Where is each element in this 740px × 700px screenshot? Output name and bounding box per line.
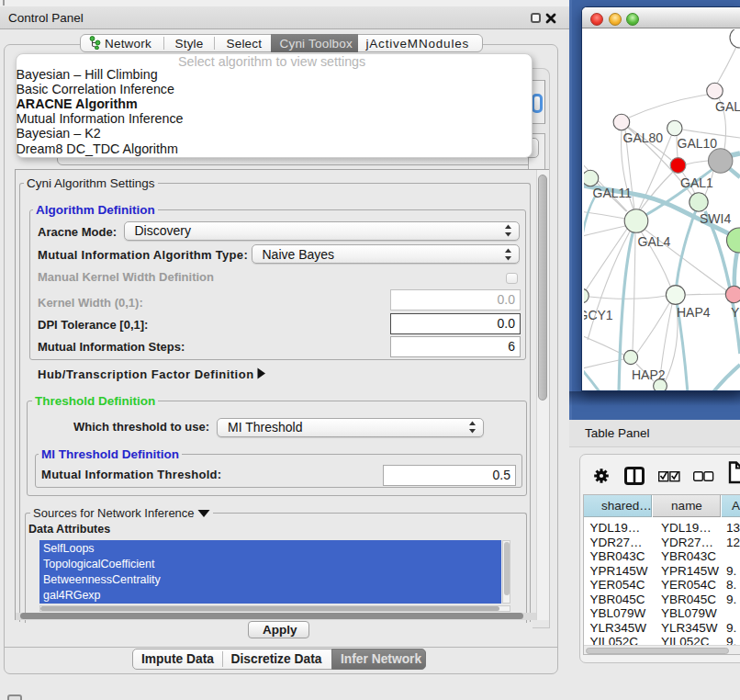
svg-text:GAL4: GAL4 (638, 234, 671, 249)
svg-text:GAL10: GAL10 (678, 136, 718, 151)
svg-text:HAP4: HAP4 (677, 305, 711, 320)
svg-text:HAP2: HAP2 (632, 367, 666, 382)
svg-text:GAL7: GAL7 (715, 99, 740, 114)
svg-text:SWI4: SWI4 (700, 211, 731, 226)
svg-text:GAL11: GAL11 (593, 186, 633, 200)
svg-text:GCY1: GCY1 (584, 308, 613, 322)
svg-text:YB: YB (731, 305, 740, 320)
svg-text:GAL1: GAL1 (680, 175, 713, 190)
svg-text:GAL80: GAL80 (623, 130, 664, 145)
